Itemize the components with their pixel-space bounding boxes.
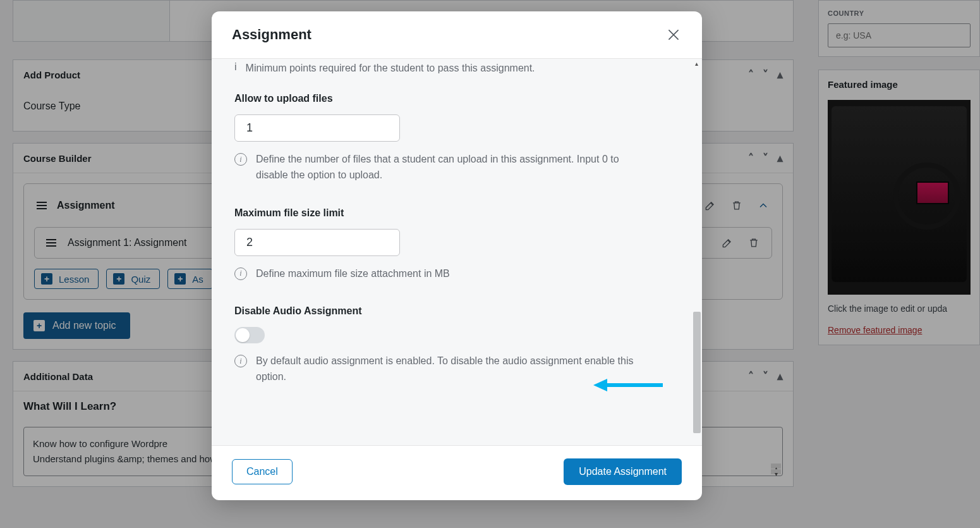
filesize-group: Maximum file size limit i Define maximum…	[234, 207, 679, 282]
info-icon: i	[234, 61, 237, 73]
modal-scrollbar[interactable]: ▴	[692, 59, 701, 445]
info-icon: i	[234, 153, 247, 166]
info-icon: i	[234, 267, 247, 280]
disable-audio-toggle[interactable]	[234, 327, 265, 343]
filesize-input[interactable]	[234, 229, 400, 256]
helper-text: Minimum points required for the student …	[246, 63, 535, 74]
annotation-arrow-icon	[593, 378, 663, 393]
scroll-up-icon[interactable]: ▴	[692, 59, 701, 68]
upload-files-label: Allow to upload files	[234, 93, 679, 104]
clipped-helper: i Minimum points required for the studen…	[234, 59, 670, 74]
update-assignment-button[interactable]: Update Assignment	[564, 458, 682, 485]
disable-audio-help: By default audio assignment is enabled. …	[256, 353, 648, 385]
modal-title: Assignment	[232, 27, 312, 43]
scroll-thumb[interactable]	[693, 312, 701, 433]
assignment-modal: Assignment ▴ i Minimum points required f…	[212, 11, 702, 500]
filesize-label: Maximum file size limit	[234, 207, 679, 219]
upload-files-group: Allow to upload files i Define the numbe…	[234, 93, 679, 183]
disable-audio-group: Disable Audio Assignment i By default au…	[234, 305, 679, 385]
cancel-button[interactable]: Cancel	[232, 459, 293, 484]
filesize-help: Define maximum file size attachment in M…	[256, 266, 450, 282]
upload-files-input[interactable]	[234, 114, 400, 142]
close-icon[interactable]	[665, 27, 682, 43]
disable-audio-label: Disable Audio Assignment	[234, 305, 679, 317]
svg-marker-1	[593, 379, 607, 391]
info-icon: i	[234, 355, 247, 367]
upload-files-help: Define the number of files that a studen…	[256, 152, 648, 183]
